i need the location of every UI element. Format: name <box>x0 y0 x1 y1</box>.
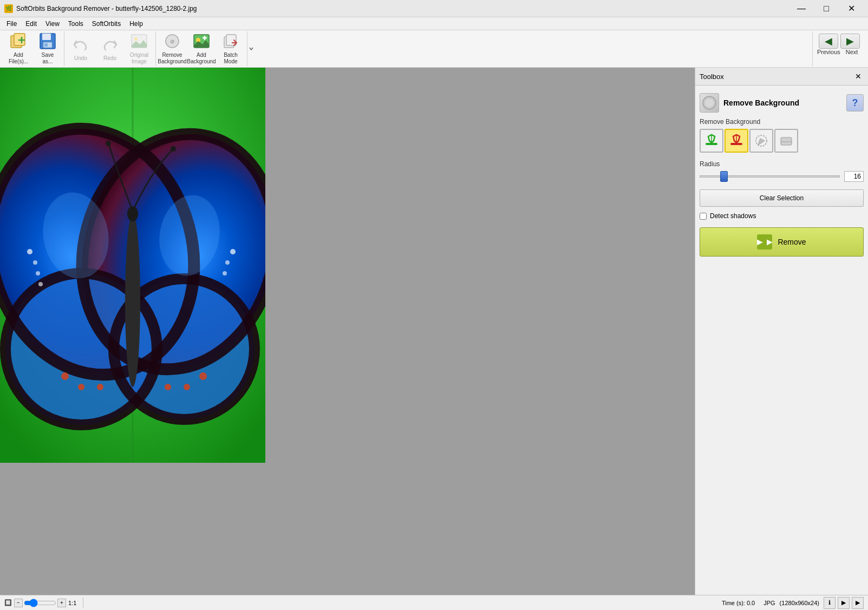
radius-value-input[interactable] <box>844 171 864 182</box>
menu-file[interactable]: File <box>2 19 21 29</box>
magic-wand-button[interactable] <box>749 129 773 153</box>
toolbar-more-button[interactable] <box>247 31 255 66</box>
toolbox-title: Toolbox <box>700 73 724 81</box>
svg-point-45 <box>199 372 207 380</box>
svg-point-43 <box>165 384 171 390</box>
rb-title: Remove Background <box>723 99 842 107</box>
svg-rect-7 <box>44 43 48 47</box>
svg-point-41 <box>78 384 84 390</box>
clear-selection-button[interactable]: Clear Selection <box>700 189 864 207</box>
save-as-label: Saveas... <box>42 52 54 65</box>
batch-mode-button[interactable]: Batch Mode <box>217 32 245 65</box>
minimize-button[interactable]: — <box>789 0 814 17</box>
help-button[interactable]: ? <box>846 94 864 111</box>
redo-label: Redo <box>103 55 116 62</box>
window-title: SoftOrbits Background Remover - butterfl… <box>16 5 197 12</box>
status-video-button[interactable]: ▶ <box>852 597 864 609</box>
remove-background-tool-button[interactable] <box>725 129 748 153</box>
app-icon: 🌿 <box>4 4 13 13</box>
toolbox-header: Toolbox ✕ <box>695 68 868 86</box>
status-share-button[interactable]: ▶ <box>838 597 850 609</box>
detect-shadows-label[interactable]: Detect shadows <box>710 212 756 220</box>
detect-shadows-checkbox[interactable] <box>700 213 707 220</box>
add-files-button[interactable]: AddFile(s)... <box>4 32 32 65</box>
status-right: Time (s): 0.0 JPG (1280x960x24) ℹ ▶ ▶ <box>722 597 864 609</box>
status-time: Time (s): 0.0 <box>722 600 755 606</box>
menu-tools[interactable]: Tools <box>64 19 88 29</box>
save-as-button[interactable]: Saveas... <box>34 32 62 65</box>
zoom-controls: − + <box>14 599 66 607</box>
status-dimensions: (1280x960x24) <box>780 600 819 606</box>
add-files-icon <box>10 32 27 50</box>
remove-btn-label: Remove <box>778 238 806 246</box>
menu-edit[interactable]: Edit <box>21 19 41 29</box>
canvas-area[interactable] <box>0 68 695 595</box>
remove-arrow-icon: ►► <box>757 234 772 250</box>
toolbar-bg-group: ⊘ RemoveBackground AddBackground <box>156 31 247 66</box>
rb-header: Remove Background ? <box>700 90 864 118</box>
save-as-icon <box>39 32 56 50</box>
svg-point-48 <box>106 141 111 146</box>
svg-point-34 <box>33 260 37 265</box>
svg-point-47 <box>127 206 138 221</box>
previous-button[interactable]: ◀ <box>819 34 838 49</box>
add-files-label: AddFile(s)... <box>9 52 28 65</box>
svg-point-36 <box>38 282 43 286</box>
svg-point-35 <box>36 271 40 276</box>
keep-foreground-button[interactable] <box>700 129 723 153</box>
redo-icon <box>101 36 119 53</box>
zoom-slider[interactable] <box>24 599 56 607</box>
radius-label: Radius <box>700 160 864 168</box>
svg-point-53 <box>705 99 714 107</box>
toolbox-close-button[interactable]: ✕ <box>853 71 864 82</box>
svg-point-49 <box>171 146 176 152</box>
toolbox-content: Remove Background ? Remove Background <box>695 86 868 595</box>
menu-bar: File Edit View Tools SoftOrbits Help <box>0 17 868 30</box>
undo-label: Undo <box>74 55 87 62</box>
canvas-bg <box>265 68 695 595</box>
erase-button[interactable] <box>774 129 798 153</box>
remove-background-icon: ⊘ <box>164 32 181 50</box>
redo-button[interactable]: Redo <box>96 32 124 65</box>
radius-slider[interactable] <box>700 175 840 178</box>
status-info-button[interactable]: ℹ <box>824 597 836 609</box>
svg-rect-59 <box>781 137 792 145</box>
radius-section: Radius <box>700 160 864 182</box>
menu-view[interactable]: View <box>41 19 64 29</box>
toolbar-nav: ◀ ▶ Previous Next <box>812 31 866 66</box>
menu-help[interactable]: Help <box>125 19 147 29</box>
next-label: Next <box>842 49 862 55</box>
original-image-button[interactable]: OriginalImage <box>125 32 153 65</box>
zoom-out-button[interactable]: − <box>14 599 23 607</box>
remove-background-label: RemoveBackground <box>158 52 186 65</box>
close-button[interactable]: ✕ <box>839 0 864 17</box>
remove-background-button[interactable]: ⊘ RemoveBackground <box>158 32 186 65</box>
menu-softorbits[interactable]: SoftOrbits <box>88 19 125 29</box>
svg-rect-5 <box>42 34 51 40</box>
status-separator <box>83 598 83 608</box>
remove-button[interactable]: ►► Remove <box>700 227 864 257</box>
svg-point-44 <box>184 384 190 390</box>
canvas-image <box>0 68 265 463</box>
status-zoom: 🔲 − + 1:1 <box>4 599 76 607</box>
toolbar-edit-group: Undo Redo OriginalImage <box>64 31 156 66</box>
add-background-button[interactable]: AddBackground <box>187 32 216 65</box>
svg-point-42 <box>97 384 103 390</box>
svg-point-9 <box>134 37 138 41</box>
maximize-button[interactable]: □ <box>814 0 839 17</box>
status-icons: ℹ ▶ ▶ <box>824 597 864 609</box>
toolbar-file-group: AddFile(s)... Saveas... <box>2 31 64 66</box>
undo-button[interactable]: Undo <box>67 32 95 65</box>
rb-icon <box>700 93 719 113</box>
svg-point-37 <box>230 249 236 254</box>
zoom-in-button[interactable]: + <box>57 599 66 607</box>
next-button[interactable]: ▶ <box>840 34 860 49</box>
toolbox-panel: Toolbox ✕ Remove Background ? Remove Bac… <box>695 68 868 595</box>
tool-buttons-row <box>700 129 864 153</box>
zoom-label: 1:1 <box>68 600 76 606</box>
original-image-icon <box>130 32 148 50</box>
status-bar: 🔲 − + 1:1 Time (s): 0.0 JPG (1280x960x24… <box>0 595 868 610</box>
undo-icon <box>72 36 89 53</box>
main-area: Toolbox ✕ Remove Background ? Remove Bac… <box>0 68 868 595</box>
window-controls: — □ ✕ <box>789 0 864 17</box>
